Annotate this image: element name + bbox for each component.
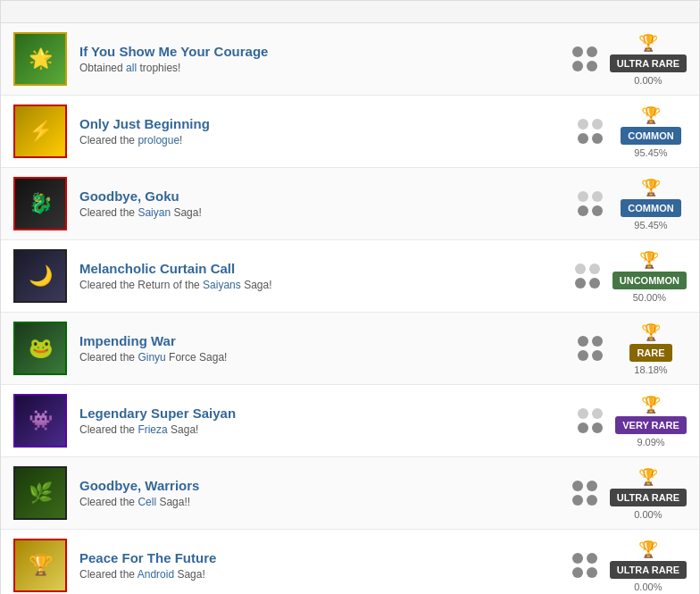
rarity-block: 🏆RARE18.18% xyxy=(615,322,687,375)
trophy-desc: Cleared the Ginyu Force Saga! xyxy=(79,351,578,364)
rarity-block: 🏆COMMON95.45% xyxy=(615,105,687,158)
trophy-desc-highlight: Ginyu xyxy=(138,351,165,364)
rarity-badge: COMMON xyxy=(621,199,680,217)
dot xyxy=(578,205,588,216)
dot xyxy=(592,191,603,202)
rarity-badge: RARE xyxy=(629,344,671,362)
rarity-percentage: 0.00% xyxy=(634,581,662,592)
dots-grid xyxy=(578,336,603,361)
trophy-info-beginning: Only Just BeginningCleared the prologue! xyxy=(79,116,578,146)
trophy-cup-icon: 🏆 xyxy=(638,467,658,487)
dot xyxy=(578,408,588,419)
trophy-right: 🏆ULTRA RARE0.00% xyxy=(572,467,687,520)
dot xyxy=(578,350,588,361)
trophy-row[interactable]: 👾Legendary Super SaiyanCleared the Friez… xyxy=(1,385,699,457)
trophy-name: Goodbye, Goku xyxy=(79,188,578,204)
trophy-cup-icon: 🏆 xyxy=(639,250,659,270)
rarity-block: 🏆ULTRA RARE0.00% xyxy=(610,467,687,520)
dot xyxy=(587,567,597,578)
trophy-right: 🏆COMMON95.45% xyxy=(578,105,687,158)
trophy-info-goku: Goodbye, GokuCleared the Saiyan Saga! xyxy=(79,188,578,219)
dot xyxy=(575,278,586,289)
rarity-block: 🏆UNCOMMON50.00% xyxy=(612,250,687,303)
dot xyxy=(587,553,597,564)
dot xyxy=(592,350,603,361)
rarity-badge: VERY RARE xyxy=(615,416,687,434)
trophy-desc-highlight: Android xyxy=(138,568,174,581)
rarity-badge: UNCOMMON xyxy=(612,272,687,289)
rarity-percentage: 0.00% xyxy=(634,509,662,520)
page-header xyxy=(1,1,699,23)
trophy-row[interactable]: 🐉Goodbye, GokuCleared the Saiyan Saga!🏆C… xyxy=(1,168,699,240)
trophy-name: Goodbye, Warriors xyxy=(79,478,572,493)
rarity-badge: ULTRA RARE xyxy=(610,489,687,506)
trophy-row[interactable]: 🌿Goodbye, WarriorsCleared the Cell Saga!… xyxy=(1,457,699,530)
trophy-desc-highlight: Saiyans xyxy=(203,279,241,291)
trophy-name: Impending War xyxy=(79,333,578,348)
dot xyxy=(572,61,583,71)
rarity-badge: ULTRA RARE xyxy=(610,561,687,579)
trophy-info-future: Peace For The FutureCleared the Android … xyxy=(79,550,572,581)
trophy-desc-highlight: prologue xyxy=(138,134,179,146)
dot xyxy=(572,481,583,491)
dots-grid xyxy=(575,264,600,289)
dot xyxy=(592,336,603,347)
trophy-desc-highlight: all xyxy=(126,62,137,74)
trophy-desc: Cleared the Saiyan Saga! xyxy=(79,206,578,219)
trophy-image-saiyan: 👾 xyxy=(13,394,67,448)
dots-grid xyxy=(572,553,597,578)
trophy-row[interactable]: ⚡Only Just BeginningCleared the prologue… xyxy=(1,96,699,168)
trophy-cup-icon: 🏆 xyxy=(638,33,658,53)
trophy-name: If You Show Me Your Courage xyxy=(79,44,572,59)
trophy-name: Only Just Beginning xyxy=(79,116,578,131)
trophy-image-beginning: ⚡ xyxy=(13,105,67,158)
dots-grid xyxy=(572,481,597,506)
trophy-desc-highlight: Frieza xyxy=(138,423,167,436)
rarity-badge: ULTRA RARE xyxy=(610,54,687,72)
dot xyxy=(578,119,588,130)
dot xyxy=(575,264,586,274)
dot xyxy=(572,495,583,506)
dots-grid xyxy=(578,191,603,216)
trophy-row[interactable]: 🐸Impending WarCleared the Ginyu Force Sa… xyxy=(1,313,699,385)
rarity-block: 🏆ULTRA RARE0.00% xyxy=(610,540,687,592)
dot xyxy=(578,336,588,347)
rarity-percentage: 95.45% xyxy=(634,220,667,230)
dot xyxy=(578,422,588,433)
dot xyxy=(572,553,583,564)
trophy-desc: Cleared the prologue! xyxy=(79,134,578,146)
dot xyxy=(587,46,597,57)
trophy-right: 🏆RARE18.18% xyxy=(578,322,687,375)
rarity-percentage: 0.00% xyxy=(634,75,662,86)
trophy-cup-icon: 🏆 xyxy=(641,322,661,342)
dot xyxy=(578,133,588,144)
rarity-block: 🏆VERY RARE9.09% xyxy=(615,395,687,448)
dot xyxy=(572,46,583,57)
rarity-block: 🏆ULTRA RARE0.00% xyxy=(610,33,687,86)
dots-grid xyxy=(578,408,603,433)
trophy-cup-icon: 🏆 xyxy=(641,395,661,414)
dot xyxy=(578,191,588,202)
trophy-image-courage: 🌟 xyxy=(13,32,67,86)
trophy-info-curtain: Melancholic Curtain CallCleared the Retu… xyxy=(79,261,575,291)
dot xyxy=(592,205,603,216)
trophy-right: 🏆UNCOMMON50.00% xyxy=(575,250,687,303)
dots-grid xyxy=(572,46,597,71)
dot xyxy=(589,264,600,274)
trophy-row[interactable]: 🏆Peace For The FutureCleared the Android… xyxy=(1,530,699,594)
rarity-percentage: 95.45% xyxy=(634,147,667,158)
trophy-cup-icon: 🏆 xyxy=(641,178,661,197)
trophy-right: 🏆ULTRA RARE0.00% xyxy=(572,540,687,592)
trophy-info-saiyan: Legendary Super SaiyanCleared the Frieza… xyxy=(79,406,578,436)
trophy-row[interactable]: 🌟If You Show Me Your CourageObtained all… xyxy=(1,23,699,96)
trophy-info-warriors: Goodbye, WarriorsCleared the Cell Saga!! xyxy=(79,478,572,508)
trophy-desc: Cleared the Return of the Saiyans Saga! xyxy=(79,279,575,291)
trophy-name: Peace For The Future xyxy=(79,550,572,565)
trophy-list: 🌟If You Show Me Your CourageObtained all… xyxy=(1,23,699,594)
trophy-right: 🏆COMMON95.45% xyxy=(578,178,687,230)
dot xyxy=(587,481,597,491)
trophy-cup-icon: 🏆 xyxy=(638,540,658,559)
trophy-row[interactable]: 🌙Melancholic Curtain CallCleared the Ret… xyxy=(1,240,699,313)
trophy-image-goku: 🐉 xyxy=(13,177,67,230)
trophy-image-warriors: 🌿 xyxy=(13,466,67,520)
